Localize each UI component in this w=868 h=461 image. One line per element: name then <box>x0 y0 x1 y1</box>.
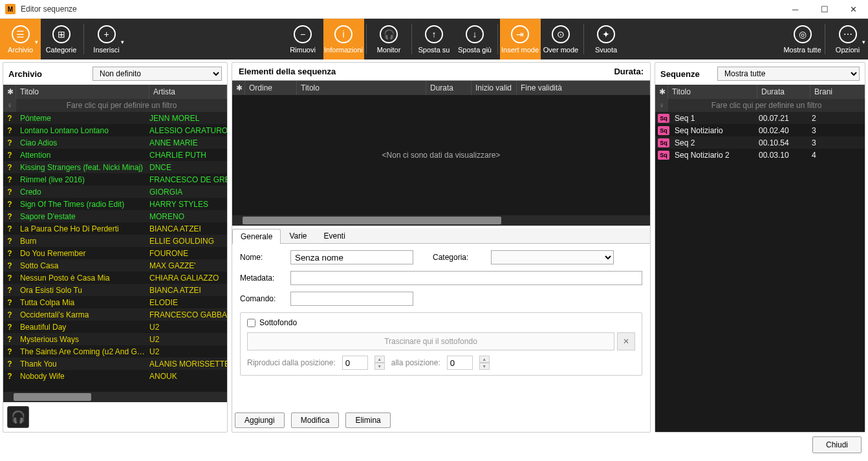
over-mode-label: Over mode <box>543 46 578 54</box>
aggiungi-button[interactable]: Aggiungi <box>235 413 285 428</box>
col-durata[interactable]: Durata <box>757 85 810 99</box>
archivio-button[interactable]: ☰ Archivio ▾ <box>0 19 41 59</box>
opzioni-button[interactable]: ⋯ Opzioni ▾ <box>827 19 868 59</box>
track-row[interactable]: ?Ora Esisti Solo TuBIANCA ATZEI <box>3 284 227 296</box>
tab-varie[interactable]: Varie <box>281 228 315 243</box>
alla-label: alla posizione: <box>391 358 440 367</box>
track-row[interactable]: ?Occidentali's KarmaFRANCESCO GABBANI <box>3 308 227 321</box>
sottofondo-checkbox[interactable] <box>247 319 255 327</box>
seq-durata: 00.07.21 <box>759 114 812 123</box>
track-row[interactable]: ?Rimmel (live 2016)FRANCESCO DE GREGORI <box>3 173 227 186</box>
track-row[interactable]: ?Tutta Colpa MiaELODIE <box>3 296 227 308</box>
categoria-dropdown[interactable] <box>491 250 614 264</box>
track-row[interactable]: ?La Paura Che Ho Di PerdertiBIANCA ATZEI <box>3 222 227 235</box>
preview-headphone-button[interactable]: 🎧 <box>7 406 29 428</box>
sequenze-dropdown[interactable]: Mostra tutte <box>717 67 860 81</box>
archivio-dropdown[interactable]: Non definito <box>92 67 222 81</box>
chiudi-button[interactable]: Chiudi <box>812 436 862 453</box>
maximize-button[interactable]: ☐ <box>810 0 839 19</box>
mostra-tutte-button[interactable]: ◎ Mostra tutte <box>782 19 823 59</box>
col-ordine[interactable]: Ordine <box>245 81 297 95</box>
rimuovi-button[interactable]: − Rimuovi <box>283 19 323 59</box>
spin-down-icon[interactable]: ▼ <box>374 363 385 370</box>
track-row[interactable]: ?AttentionCHARLIE PUTH <box>3 149 227 161</box>
track-row[interactable]: ?Sapore D'estateMORENO <box>3 210 227 222</box>
sposta-su-button[interactable]: ↑ Sposta su <box>414 19 455 59</box>
modifica-button[interactable]: Modifica <box>291 413 340 428</box>
col-titolo[interactable]: Titolo <box>297 81 426 95</box>
spin-up-icon[interactable]: ▲ <box>374 356 385 363</box>
col-titolo[interactable]: Titolo <box>668 85 757 99</box>
over-icon: ⊙ <box>552 25 570 43</box>
track-row[interactable]: ?CredoGIORGIA <box>3 186 227 198</box>
question-icon: ? <box>3 188 16 197</box>
track-row[interactable]: ?PóntemeJENN MOREL <box>3 112 227 124</box>
sequenze-filter-row[interactable]: ♀ Fare clic qui per definire un filtro <box>655 99 865 112</box>
insert-mode-button[interactable]: ⇥ Insert mode <box>500 19 541 59</box>
clear-sottofondo-button[interactable]: ✕ <box>617 332 635 350</box>
track-title: Attention <box>16 151 146 160</box>
sequence-list[interactable]: SqSeq 100.07.212SqSeq Notiziario00.02.40… <box>655 112 865 432</box>
track-list[interactable]: ?PóntemeJENN MOREL?Lontano Lontano Lonta… <box>3 112 227 392</box>
track-row[interactable]: ?Thank YouALANIS MORISSETTE <box>3 358 227 370</box>
close-button[interactable]: ✕ <box>839 0 868 19</box>
comando-field[interactable] <box>290 292 413 306</box>
sequence-row[interactable]: SqSeq 100.07.212 <box>655 112 865 124</box>
col-brani[interactable]: Brani <box>810 85 865 99</box>
track-row[interactable]: ?Ciao AdiosANNE MARIE <box>3 136 227 149</box>
track-row[interactable]: ?Nobody WifeANOUK <box>3 370 227 382</box>
monitor-button[interactable]: 🎧 Monitor <box>369 19 409 59</box>
minimize-button[interactable]: ─ <box>781 0 810 19</box>
track-row[interactable]: ?Lontano Lontano LontanoALESSIO CARATURO <box>3 124 227 136</box>
sequence-row[interactable]: SqSeq Notiziario00.02.403 <box>655 124 865 136</box>
nome-field[interactable] <box>290 250 413 264</box>
sequence-row[interactable]: SqSeq 200.10.543 <box>655 136 865 149</box>
h-scrollbar[interactable] <box>3 392 227 402</box>
track-row[interactable]: ?The Saints Are Coming (u2 And Gre...U2 <box>3 345 227 358</box>
elimina-button[interactable]: Elimina <box>345 413 390 428</box>
track-row[interactable]: ?Kissing Strangers (feat. Nicki Minaj)DN… <box>3 161 227 173</box>
track-row[interactable]: ?Mysterious WaysU2 <box>3 333 227 345</box>
archivio-label: Archivio <box>8 46 33 54</box>
col-durata[interactable]: Durata <box>426 81 472 95</box>
seq-brani: 4 <box>812 151 816 160</box>
tab-eventi[interactable]: Eventi <box>316 228 354 243</box>
sposta-giu-button[interactable]: ↓ Sposta giù <box>455 19 495 59</box>
seq-brani: 3 <box>812 126 816 135</box>
h-scrollbar[interactable] <box>232 215 650 226</box>
col-artista[interactable]: Artista <box>149 85 227 99</box>
col-inizio[interactable]: Inizio valid <box>472 81 517 95</box>
track-row[interactable]: ?BurnELLIE GOULDING <box>3 235 227 247</box>
pos-to-field[interactable] <box>447 356 473 370</box>
svuota-button[interactable]: ✦ Svuota <box>586 19 627 59</box>
spin-up-icon[interactable]: ▲ <box>479 356 490 363</box>
pos-from-field[interactable] <box>342 356 368 370</box>
track-row[interactable]: ?Beautiful DayU2 <box>3 321 227 333</box>
sottofondo-dropzone[interactable]: Trascinare qui il sottofondo <box>247 332 614 350</box>
inserisci-button[interactable]: + Inserisci ▾ <box>86 19 127 59</box>
minus-icon: − <box>294 25 312 43</box>
question-icon: ? <box>3 200 16 209</box>
sequence-row[interactable]: SqSeq Notiziario 200.03.104 <box>655 149 865 161</box>
metadata-field[interactable] <box>290 271 642 285</box>
archive-icon: ☰ <box>12 25 30 43</box>
track-artist: BIANCA ATZEI <box>146 224 227 233</box>
track-row[interactable]: ?Nessun Posto è Casa MiaCHIARA GALIAZZO <box>3 272 227 284</box>
plus-icon: + <box>98 25 116 43</box>
over-mode-button[interactable]: ⊙ Over mode <box>541 19 581 59</box>
spin-down-icon[interactable]: ▼ <box>479 363 490 370</box>
footer: Chiudi <box>0 433 868 457</box>
dropdown-caret-icon: ▾ <box>35 39 38 45</box>
informazioni-button[interactable]: i Informazioni <box>323 19 364 59</box>
categorie-button[interactable]: ⊞ Categorie <box>41 19 81 59</box>
archivio-panel: Archivio Non definito ✱ Titolo Artista ♀… <box>3 62 228 433</box>
tab-generale[interactable]: Generale <box>232 229 281 244</box>
separator <box>366 24 367 54</box>
track-row[interactable]: ?Sign Of The Times (radio Edit)HARRY STY… <box>3 198 227 210</box>
col-titolo[interactable]: Titolo <box>16 85 149 99</box>
track-row[interactable]: ?Do You RememberFOURONE <box>3 247 227 259</box>
archivio-filter-row[interactable]: ♀ Fare clic qui per definire un filtro <box>3 99 227 112</box>
clear-icon: ✦ <box>597 25 615 43</box>
track-row[interactable]: ?Sotto CasaMAX GAZZE' <box>3 259 227 272</box>
col-fine[interactable]: Fine validità <box>517 81 650 95</box>
